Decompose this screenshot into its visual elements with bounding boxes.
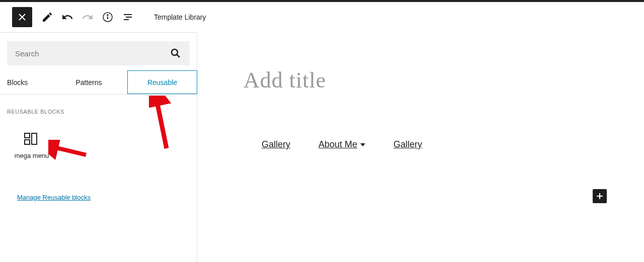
reusable-block-icon	[24, 133, 39, 145]
manage-reusable-blocks-link[interactable]: Manage Reusable blocks	[17, 194, 190, 201]
svg-rect-10	[25, 133, 30, 138]
editor-canvas[interactable]: Add title Gallery About Me Gallery	[197, 32, 644, 262]
svg-rect-11	[25, 140, 30, 144]
tab-blocks[interactable]: Blocks	[0, 70, 50, 94]
redo-button	[77, 7, 98, 27]
block-item-label: mega menu	[15, 152, 49, 159]
block-grid: mega menu	[7, 129, 190, 163]
search-icon	[170, 47, 182, 59]
search-input[interactable]	[15, 49, 170, 58]
undo-button[interactable]	[57, 7, 77, 27]
outline-icon	[122, 11, 134, 23]
block-item-mega-menu[interactable]: mega menu	[7, 129, 56, 163]
nav-link-label: Gallery	[393, 139, 422, 150]
svg-point-8	[172, 49, 178, 55]
editor-toolbar: Template Library	[0, 2, 644, 32]
main-container: Blocks Patterns Reusable Reusable Blocks…	[0, 32, 644, 262]
info-button[interactable]	[98, 7, 118, 27]
block-search-field[interactable]	[7, 41, 190, 65]
nav-link-gallery-1[interactable]: Gallery	[262, 139, 290, 150]
svg-point-4	[107, 15, 108, 16]
template-library-label[interactable]: Template Library	[154, 13, 206, 21]
undo-icon	[61, 11, 73, 23]
close-icon	[16, 11, 28, 23]
nav-link-gallery-2[interactable]: Gallery	[393, 139, 422, 150]
svg-line-9	[177, 55, 180, 58]
sidebar-divider	[0, 32, 197, 33]
redo-icon	[82, 11, 94, 23]
navigation-block: Gallery About Me Gallery	[262, 139, 644, 150]
outline-button[interactable]	[118, 7, 138, 27]
info-icon	[102, 11, 114, 23]
chevron-down-icon	[360, 143, 365, 146]
plus-icon	[595, 191, 605, 201]
post-title-input[interactable]: Add title	[244, 67, 644, 93]
tab-reusable[interactable]: Reusable	[127, 70, 197, 94]
tab-patterns[interactable]: Patterns	[50, 70, 127, 94]
section-title-reusable-blocks: Reusable Blocks	[7, 109, 189, 115]
svg-rect-12	[32, 133, 37, 144]
nav-link-label: About Me	[318, 139, 357, 150]
edit-button[interactable]	[37, 7, 57, 27]
add-block-button[interactable]	[593, 189, 607, 203]
pencil-icon	[41, 11, 53, 23]
close-inserter-button[interactable]	[12, 7, 32, 27]
block-inserter-sidebar: Blocks Patterns Reusable Reusable Blocks…	[0, 32, 197, 262]
nav-link-about-me[interactable]: About Me	[318, 139, 365, 150]
nav-link-label: Gallery	[262, 139, 290, 150]
inserter-tabs: Blocks Patterns Reusable	[0, 70, 197, 95]
